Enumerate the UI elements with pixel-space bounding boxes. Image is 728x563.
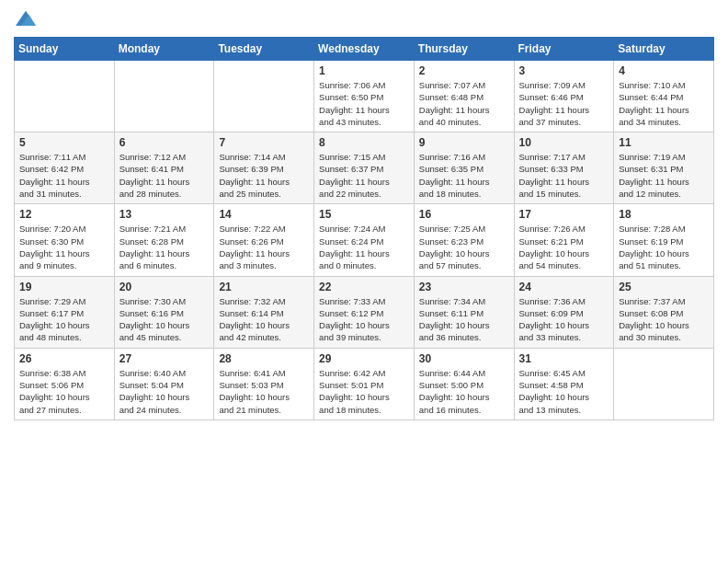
day-number: 23 — [419, 281, 509, 293]
day-info: Sunrise: 6:41 AM Sunset: 5:03 PM Dayligh… — [219, 367, 309, 416]
day-number: 6 — [119, 136, 210, 149]
day-number: 25 — [619, 281, 709, 293]
calendar-cell: 10Sunrise: 7:17 AM Sunset: 6:33 PM Dayli… — [514, 132, 614, 204]
calendar-cell: 8Sunrise: 7:15 AM Sunset: 6:37 PM Daylig… — [314, 132, 415, 204]
day-info: Sunrise: 6:40 AM Sunset: 5:04 PM Dayligh… — [119, 367, 210, 416]
weekday-header-thursday: Thursday — [414, 38, 514, 61]
week-row-5: 26Sunrise: 6:38 AM Sunset: 5:06 PM Dayli… — [15, 348, 714, 419]
calendar-cell: 14Sunrise: 7:22 AM Sunset: 6:26 PM Dayli… — [214, 204, 314, 276]
calendar-cell: 28Sunrise: 6:41 AM Sunset: 5:03 PM Dayli… — [214, 348, 314, 419]
day-info: Sunrise: 7:34 AM Sunset: 6:11 PM Dayligh… — [419, 295, 509, 344]
calendar-table: SundayMondayTuesdayWednesdayThursdayFrid… — [14, 37, 714, 420]
calendar-cell: 12Sunrise: 7:20 AM Sunset: 6:30 PM Dayli… — [15, 204, 115, 276]
calendar-cell: 17Sunrise: 7:26 AM Sunset: 6:21 PM Dayli… — [514, 204, 614, 276]
calendar-cell: 5Sunrise: 7:11 AM Sunset: 6:42 PM Daylig… — [15, 132, 115, 204]
calendar-cell: 30Sunrise: 6:44 AM Sunset: 5:00 PM Dayli… — [414, 348, 514, 419]
calendar-cell — [114, 61, 214, 132]
day-info: Sunrise: 6:42 AM Sunset: 5:01 PM Dayligh… — [319, 367, 409, 416]
day-number: 26 — [19, 352, 109, 365]
calendar-cell: 15Sunrise: 7:24 AM Sunset: 6:24 PM Dayli… — [314, 204, 415, 276]
day-info: Sunrise: 7:12 AM Sunset: 6:41 PM Dayligh… — [119, 151, 210, 200]
day-info: Sunrise: 7:28 AM Sunset: 6:19 PM Dayligh… — [619, 223, 709, 271]
day-number: 30 — [419, 352, 509, 365]
day-number: 5 — [19, 136, 109, 149]
calendar-cell: 26Sunrise: 6:38 AM Sunset: 5:06 PM Dayli… — [15, 348, 115, 419]
calendar-cell: 21Sunrise: 7:32 AM Sunset: 6:14 PM Dayli… — [214, 276, 314, 348]
day-info: Sunrise: 6:44 AM Sunset: 5:00 PM Dayligh… — [419, 367, 509, 416]
day-info: Sunrise: 7:15 AM Sunset: 6:37 PM Dayligh… — [319, 151, 409, 200]
day-number: 19 — [19, 281, 109, 293]
day-info: Sunrise: 7:09 AM Sunset: 6:46 PM Dayligh… — [519, 79, 609, 128]
week-row-3: 12Sunrise: 7:20 AM Sunset: 6:30 PM Dayli… — [15, 204, 714, 276]
weekday-header-monday: Monday — [114, 38, 214, 61]
calendar-cell: 7Sunrise: 7:14 AM Sunset: 6:39 PM Daylig… — [214, 132, 314, 204]
day-number: 10 — [519, 136, 609, 149]
weekday-header-friday: Friday — [514, 38, 614, 61]
day-number: 11 — [619, 136, 709, 149]
weekday-header-saturday: Saturday — [614, 38, 714, 61]
logo-icon — [16, 9, 36, 29]
day-info: Sunrise: 7:26 AM Sunset: 6:21 PM Dayligh… — [519, 223, 609, 271]
calendar-cell: 13Sunrise: 7:21 AM Sunset: 6:28 PM Dayli… — [114, 204, 214, 276]
day-info: Sunrise: 7:11 AM Sunset: 6:42 PM Dayligh… — [19, 151, 109, 200]
day-number: 15 — [319, 208, 409, 221]
day-number: 31 — [519, 352, 609, 365]
day-info: Sunrise: 7:33 AM Sunset: 6:12 PM Dayligh… — [319, 295, 409, 344]
day-info: Sunrise: 7:30 AM Sunset: 6:16 PM Dayligh… — [119, 295, 210, 344]
day-info: Sunrise: 7:36 AM Sunset: 6:09 PM Dayligh… — [519, 295, 609, 344]
day-info: Sunrise: 7:37 AM Sunset: 6:08 PM Dayligh… — [619, 295, 709, 344]
day-number: 9 — [419, 136, 509, 149]
calendar-cell: 3Sunrise: 7:09 AM Sunset: 6:46 PM Daylig… — [514, 61, 614, 132]
calendar-cell: 25Sunrise: 7:37 AM Sunset: 6:08 PM Dayli… — [614, 276, 714, 348]
day-info: Sunrise: 7:14 AM Sunset: 6:39 PM Dayligh… — [219, 151, 309, 200]
day-info: Sunrise: 7:19 AM Sunset: 6:31 PM Dayligh… — [619, 151, 709, 200]
day-info: Sunrise: 7:10 AM Sunset: 6:44 PM Dayligh… — [619, 79, 709, 128]
day-number: 7 — [219, 136, 309, 149]
day-number: 16 — [419, 208, 509, 221]
day-number: 2 — [419, 64, 509, 77]
day-info: Sunrise: 6:45 AM Sunset: 4:58 PM Dayligh… — [519, 367, 609, 416]
day-info: Sunrise: 7:17 AM Sunset: 6:33 PM Dayligh… — [519, 151, 609, 200]
day-number: 22 — [319, 281, 409, 293]
day-info: Sunrise: 7:32 AM Sunset: 6:14 PM Dayligh… — [219, 295, 309, 344]
calendar-cell: 31Sunrise: 6:45 AM Sunset: 4:58 PM Dayli… — [514, 348, 614, 419]
day-info: Sunrise: 7:07 AM Sunset: 6:48 PM Dayligh… — [419, 79, 509, 128]
calendar-cell: 6Sunrise: 7:12 AM Sunset: 6:41 PM Daylig… — [114, 132, 214, 204]
day-number: 17 — [519, 208, 609, 221]
calendar-cell — [15, 61, 115, 132]
weekday-header-wednesday: Wednesday — [314, 38, 415, 61]
week-row-1: 1Sunrise: 7:06 AM Sunset: 6:50 PM Daylig… — [15, 61, 714, 132]
day-number: 21 — [219, 281, 309, 293]
day-info: Sunrise: 7:22 AM Sunset: 6:26 PM Dayligh… — [219, 223, 309, 271]
day-info: Sunrise: 7:16 AM Sunset: 6:35 PM Dayligh… — [419, 151, 509, 200]
weekday-header-sunday: Sunday — [15, 38, 115, 61]
day-number: 29 — [319, 352, 409, 365]
calendar-cell: 11Sunrise: 7:19 AM Sunset: 6:31 PM Dayli… — [614, 132, 714, 204]
calendar-cell: 29Sunrise: 6:42 AM Sunset: 5:01 PM Dayli… — [314, 348, 415, 419]
day-number: 20 — [119, 281, 210, 293]
day-info: Sunrise: 7:06 AM Sunset: 6:50 PM Dayligh… — [319, 79, 409, 128]
day-number: 14 — [219, 208, 309, 221]
day-info: Sunrise: 7:21 AM Sunset: 6:28 PM Dayligh… — [119, 223, 210, 271]
calendar-cell: 9Sunrise: 7:16 AM Sunset: 6:35 PM Daylig… — [414, 132, 514, 204]
day-info: Sunrise: 7:25 AM Sunset: 6:23 PM Dayligh… — [419, 223, 509, 271]
day-info: Sunrise: 7:29 AM Sunset: 6:17 PM Dayligh… — [19, 295, 109, 344]
day-info: Sunrise: 6:38 AM Sunset: 5:06 PM Dayligh… — [19, 367, 109, 416]
calendar-cell — [614, 348, 714, 419]
day-number: 27 — [119, 352, 210, 365]
calendar-cell: 16Sunrise: 7:25 AM Sunset: 6:23 PM Dayli… — [414, 204, 514, 276]
day-number: 1 — [319, 64, 409, 77]
logo — [14, 9, 36, 29]
weekday-header-row: SundayMondayTuesdayWednesdayThursdayFrid… — [15, 38, 714, 61]
calendar-cell: 18Sunrise: 7:28 AM Sunset: 6:19 PM Dayli… — [614, 204, 714, 276]
day-number: 8 — [319, 136, 409, 149]
calendar-cell: 27Sunrise: 6:40 AM Sunset: 5:04 PM Dayli… — [114, 348, 214, 419]
week-row-2: 5Sunrise: 7:11 AM Sunset: 6:42 PM Daylig… — [15, 132, 714, 204]
calendar-cell: 2Sunrise: 7:07 AM Sunset: 6:48 PM Daylig… — [414, 61, 514, 132]
day-number: 18 — [619, 208, 709, 221]
day-number: 28 — [219, 352, 309, 365]
weekday-header-tuesday: Tuesday — [214, 38, 314, 61]
calendar-cell: 20Sunrise: 7:30 AM Sunset: 6:16 PM Dayli… — [114, 276, 214, 348]
day-number: 13 — [119, 208, 210, 221]
calendar-cell: 19Sunrise: 7:29 AM Sunset: 6:17 PM Dayli… — [15, 276, 115, 348]
